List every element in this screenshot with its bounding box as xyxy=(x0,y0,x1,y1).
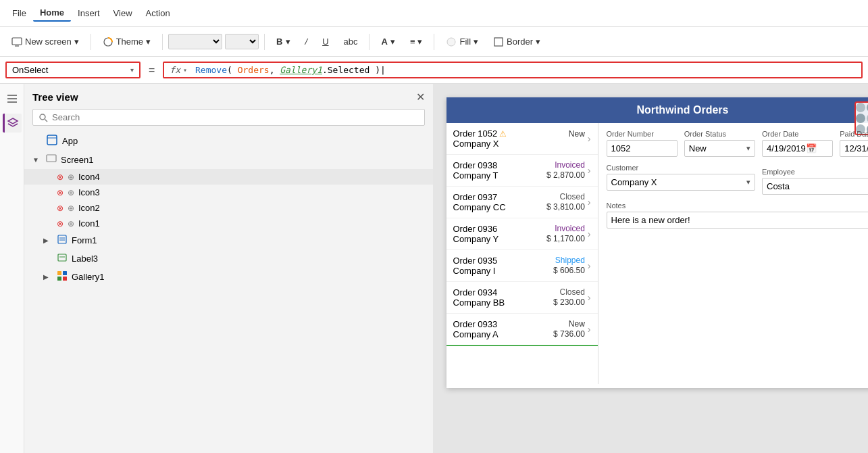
property-value: OnSelect xyxy=(12,65,128,75)
align-button[interactable]: ≡▾ xyxy=(404,33,429,50)
underline-button[interactable]: U xyxy=(316,33,334,50)
gallery-item-0-order: Order 1052 xyxy=(453,128,498,139)
italic-button[interactable]: / xyxy=(299,33,314,50)
sep3 xyxy=(264,34,265,50)
notes-label: Notes xyxy=(607,201,869,210)
tree-item-screen1-label: Screen1 xyxy=(61,155,93,165)
gallery-chevron-2: › xyxy=(585,197,591,208)
menu-view[interactable]: View xyxy=(107,5,139,21)
gallery-item-6-order: Order 0933 xyxy=(453,319,498,329)
svg-rect-17 xyxy=(58,254,66,261)
gallery-item-3-status: Invoiced xyxy=(555,224,585,234)
gallery-item-0[interactable]: Order 1052 ⚠ New Company X › xyxy=(446,123,598,155)
formula-input[interactable]: fx ▾ Remove( Orders, Gallery1.Selected )… xyxy=(163,62,863,78)
form1-expand: ▶ xyxy=(43,237,53,244)
form1-icon xyxy=(57,234,68,247)
menu-file[interactable]: File xyxy=(5,5,33,21)
sep5 xyxy=(434,34,434,50)
gallery-item-5-order: Order 0934 xyxy=(453,287,498,297)
notes-input[interactable] xyxy=(607,212,869,229)
app-body: Order 1052 ⚠ New Company X › xyxy=(446,123,869,384)
sidebar-menu-icon[interactable] xyxy=(3,89,22,108)
icon1-plus-icon: ⊕ xyxy=(68,219,74,229)
gallery-chevron-0: › xyxy=(585,133,591,144)
gallery-item-5-company: Company BB xyxy=(453,297,505,308)
tree-item-app[interactable]: App xyxy=(24,131,433,151)
tree-item-icon4-label: Icon4 xyxy=(78,172,100,182)
sidebar-layers-icon[interactable] xyxy=(3,114,22,133)
theme-button[interactable]: Theme ▾ xyxy=(97,33,157,51)
fill-button[interactable]: Fill▾ xyxy=(440,33,484,51)
menu-insert[interactable]: Insert xyxy=(71,5,107,21)
formula-func: Remove xyxy=(195,65,227,75)
search-icon xyxy=(39,113,48,122)
tree-item-form1[interactable]: ▶ Form1 xyxy=(24,231,433,249)
order-date-field: Order Date 4/19/2019 📅 xyxy=(762,130,833,157)
svg-rect-11 xyxy=(47,135,57,145)
gallery-item-4[interactable]: Order 0935 Shipped Company I $ 606.50 › xyxy=(446,250,598,282)
search-input[interactable] xyxy=(52,112,419,122)
font-family-select[interactable] xyxy=(168,34,222,49)
order-number-input[interactable] xyxy=(607,140,678,157)
icon-dot-4 xyxy=(856,114,865,123)
gallery-item-1[interactable]: Order 0938 Invoiced Company T $ 2,870.00… xyxy=(446,155,598,187)
gallery1-expand: ▶ xyxy=(43,273,53,281)
tree-item-screen1[interactable]: ▼ Screen1 xyxy=(24,151,433,169)
new-screen-button[interactable]: New screen ▾ xyxy=(5,33,85,51)
sep1 xyxy=(91,34,91,50)
tree-item-icon4[interactable]: ⊗ ⊕ Icon4 xyxy=(24,169,433,185)
tree-item-icon3[interactable]: ⊗ ⊕ Icon3 xyxy=(24,185,433,200)
app-preview: Northwind Orders ✕ ✓ xyxy=(446,97,869,388)
paid-date-label: Paid Date xyxy=(840,130,868,138)
app-header: Northwind Orders xyxy=(446,97,869,123)
gallery-item-4-status: Shipped xyxy=(555,256,585,266)
icon4-plus-icon: ⊕ xyxy=(68,172,74,182)
gallery-item-2-amount: $ 3,810.00 xyxy=(546,202,585,212)
theme-icon xyxy=(103,37,113,47)
order-date-input[interactable]: 4/19/2019 📅 xyxy=(762,140,833,157)
gallery-item-2-info: Order 0937 Closed Company CC $ 3,810.00 xyxy=(453,192,585,212)
gallery-item-6[interactable]: Order 0933 New Company A $ 736.00 › xyxy=(446,314,598,346)
tree-item-icon2[interactable]: ⊗ ⊕ Icon2 xyxy=(24,200,433,216)
fx-chevron: ▾ xyxy=(183,66,187,74)
order-date-calendar-icon: 📅 xyxy=(806,143,828,153)
tree-item-gallery1[interactable]: ▶ Gallery1 xyxy=(24,268,433,286)
paid-date-input[interactable]: 12/31/2001 📅 xyxy=(840,140,868,157)
employee-row: Employee Costa ▾ xyxy=(762,164,868,195)
formula-bar: OnSelect ▾ = fx ▾ Remove( Orders, Galler… xyxy=(0,57,868,84)
order-date-value: 4/19/2019 xyxy=(767,143,806,153)
tree-item-icon1[interactable]: ⊗ ⊕ Icon1 xyxy=(24,216,433,231)
gallery-item-0-title: Order 1052 ⚠ New xyxy=(453,128,585,139)
order-status-chevron: ▾ xyxy=(746,144,750,153)
strikethrough-button[interactable]: abc xyxy=(338,33,364,50)
employee-select-wrapper: Costa ▾ xyxy=(762,178,868,195)
border-button[interactable]: Border▾ xyxy=(487,33,546,51)
property-selector[interactable]: OnSelect ▾ xyxy=(5,62,141,78)
icon-dot-1 xyxy=(856,103,865,112)
gallery-item-2[interactable]: Order 0937 Closed Company CC $ 3,810.00 … xyxy=(446,187,598,218)
label3-icon xyxy=(57,252,68,265)
font-color-button[interactable]: A▾ xyxy=(375,33,401,50)
formula-param2: Gallery1 xyxy=(280,65,322,75)
font-size-select[interactable] xyxy=(225,34,259,49)
gallery-chevron-5: › xyxy=(585,292,591,303)
tree-item-label3[interactable]: Label3 xyxy=(24,249,433,268)
customer-field: Customer Company X ▾ xyxy=(607,164,756,195)
svg-point-9 xyxy=(40,114,45,120)
menu-home[interactable]: Home xyxy=(33,5,71,22)
formula-param1: Orders xyxy=(238,65,270,75)
sep4 xyxy=(369,34,369,50)
svg-rect-13 xyxy=(47,155,56,162)
menu-action[interactable]: Action xyxy=(139,5,177,21)
property-chevron: ▾ xyxy=(130,66,134,74)
detail-row-1: Order Number Order Status New ▾ Order Da… xyxy=(607,130,869,157)
tree-close-button[interactable]: ✕ xyxy=(416,91,425,103)
bold-button[interactable]: B▾ xyxy=(270,33,296,50)
icon4-state-icon: ⊗ xyxy=(57,172,63,182)
notes-field-container: Notes xyxy=(607,201,869,229)
search-box xyxy=(32,109,425,126)
gallery-item-5[interactable]: Order 0934 Closed Company BB $ 230.00 › xyxy=(446,282,598,314)
order-number-label: Order Number xyxy=(607,130,678,138)
gallery-item-3[interactable]: Order 0936 Invoiced Company Y $ 1,170.00… xyxy=(446,218,598,250)
gallery-item-0-status: New xyxy=(569,129,585,139)
